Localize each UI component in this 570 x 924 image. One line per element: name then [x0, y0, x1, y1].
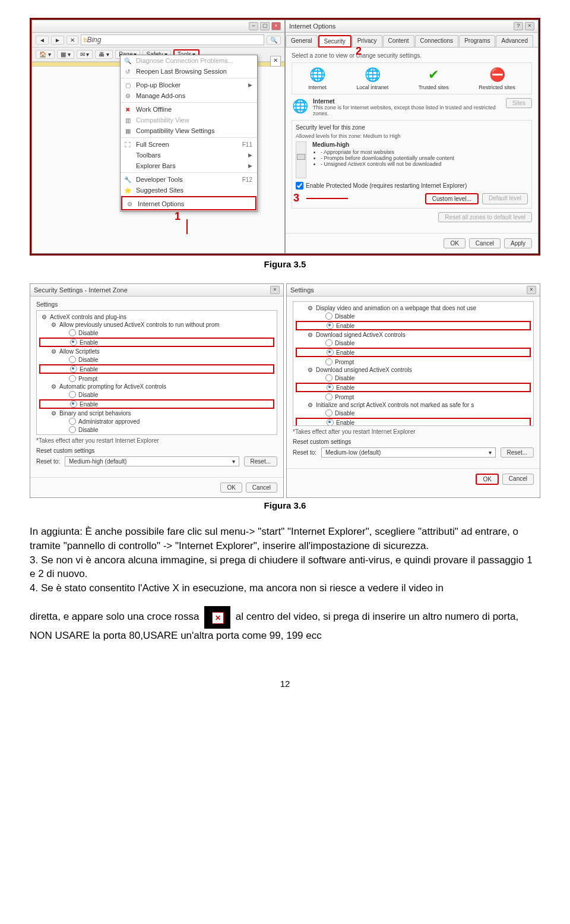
tab-advanced[interactable]: Advanced: [496, 35, 533, 47]
menu-item[interactable]: 🔍Diagnose Connection Problems...: [121, 55, 257, 66]
radio-icon[interactable]: [70, 365, 77, 373]
ok-button[interactable]: OK: [220, 483, 242, 493]
radio-icon[interactable]: [327, 349, 334, 356]
menu-item[interactable]: Explorer Bars▶: [121, 160, 257, 171]
zone-item[interactable]: ⛔Restricted sites: [479, 67, 515, 90]
menu-item[interactable]: Toolbars▶: [121, 150, 257, 160]
mail-icon[interactable]: ✉ ▾: [77, 50, 93, 59]
tree-item[interactable]: ⚙Download unsigned ActiveX controls: [296, 366, 531, 374]
security-slider[interactable]: [296, 141, 306, 178]
tree-item[interactable]: Enable: [296, 383, 531, 392]
tree-item[interactable]: Disable: [39, 355, 274, 364]
tree-item[interactable]: Enable: [39, 399, 274, 409]
radio-icon[interactable]: [325, 358, 332, 365]
reset-button[interactable]: Reset...: [244, 456, 277, 466]
menu-item[interactable]: ⚙Manage Add-ons: [121, 90, 257, 101]
tree-item[interactable]: Disable: [296, 409, 531, 417]
stop-icon[interactable]: ✕: [66, 36, 78, 45]
radio-icon[interactable]: [327, 419, 334, 426]
zone-item[interactable]: 🌐Local intranet: [356, 67, 388, 90]
radio-icon[interactable]: [325, 393, 332, 400]
radio-icon[interactable]: [69, 375, 76, 382]
tree-item[interactable]: Prompt: [296, 393, 531, 401]
tree-item[interactable]: Disable: [296, 339, 531, 347]
home-icon[interactable]: 🏠 ▾: [36, 50, 55, 59]
radio-icon[interactable]: [69, 418, 76, 425]
tree-item[interactable]: Enable: [39, 338, 274, 347]
menu-item[interactable]: ✖Work Offline: [121, 102, 257, 115]
radio-icon[interactable]: [69, 329, 76, 336]
radio-icon[interactable]: [325, 313, 332, 320]
tree-item[interactable]: Enable: [296, 348, 531, 357]
help-icon[interactable]: ?: [514, 22, 523, 30]
tree-item[interactable]: Enable: [296, 321, 531, 330]
default-level-button[interactable]: Default level: [482, 193, 528, 204]
menu-item[interactable]: ⚙Internet Options: [121, 196, 256, 210]
radio-icon[interactable]: [69, 426, 76, 433]
radio-icon[interactable]: [327, 322, 334, 329]
menu-item[interactable]: ▢Pop-up Blocker▶: [121, 78, 257, 90]
radio-icon[interactable]: [70, 339, 77, 346]
tab-close-icon[interactable]: ✕: [270, 56, 281, 67]
tree-item[interactable]: Disable: [39, 390, 274, 399]
settings-tree[interactable]: ⚙Display video and animation on a webpag…: [293, 301, 534, 426]
nav-back-icon[interactable]: ◄: [36, 36, 49, 45]
zone-item[interactable]: ✔Trusted sites: [419, 67, 449, 90]
sites-button[interactable]: Sites: [506, 98, 532, 108]
tree-item[interactable]: ⚙Display video and animation on a webpag…: [296, 304, 531, 312]
tree-item[interactable]: ⚙Initialize and script ActiveX controls …: [296, 401, 531, 409]
tree-item[interactable]: ⚙Download signed ActiveX controls: [296, 331, 531, 339]
tree-item[interactable]: Disable: [39, 425, 274, 434]
radio-icon[interactable]: [69, 434, 76, 435]
search-go-icon[interactable]: 🔍: [267, 36, 281, 45]
tree-item[interactable]: Disable: [39, 329, 274, 337]
close-icon[interactable]: ×: [527, 286, 536, 294]
menu-item[interactable]: ↺Reopen Last Browsing Session: [121, 66, 257, 77]
cancel-button[interactable]: Cancel: [502, 474, 534, 485]
close-icon[interactable]: ×: [270, 286, 280, 294]
max-icon[interactable]: ▢: [260, 22, 270, 30]
tree-item[interactable]: Disable: [296, 374, 531, 382]
nav-fwd-icon[interactable]: ►: [51, 36, 64, 45]
tree-item[interactable]: Prompt: [296, 358, 531, 366]
ok-button[interactable]: OK: [476, 474, 498, 485]
tab-security[interactable]: Security: [318, 35, 352, 48]
close-icon[interactable]: ×: [525, 22, 534, 30]
radio-icon[interactable]: [69, 356, 76, 363]
tree-item[interactable]: Administrator approved: [39, 417, 274, 425]
apply-button[interactable]: Apply: [504, 238, 532, 248]
settings-tree[interactable]: ⚙ActiveX controls and plug-ins⚙Allow pre…: [36, 310, 277, 435]
reset-button[interactable]: Reset...: [501, 447, 534, 458]
tree-item[interactable]: Prompt: [39, 374, 274, 383]
menu-item[interactable]: ⭐Suggested Sites: [121, 185, 257, 195]
radio-icon[interactable]: [325, 409, 332, 417]
cancel-button[interactable]: Cancel: [246, 483, 277, 493]
tree-item[interactable]: ⚙ActiveX controls and plug-ins: [39, 313, 274, 321]
menu-item[interactable]: ▥Compatibility View: [121, 115, 257, 125]
tree-item[interactable]: ⚙Allow previously unused ActiveX control…: [39, 321, 274, 329]
tab-content[interactable]: Content: [383, 35, 414, 47]
menu-item[interactable]: ⛶Full ScreenF11: [121, 137, 257, 150]
radio-icon[interactable]: [325, 374, 332, 381]
radio-icon[interactable]: [327, 384, 334, 391]
reset-to-select[interactable]: Medium-low (default)▾: [321, 447, 496, 458]
reset-zones-button[interactable]: Reset all zones to default level: [438, 212, 532, 222]
radio-icon[interactable]: [69, 391, 76, 398]
tab-general[interactable]: General: [286, 35, 318, 47]
tab-programs[interactable]: Programs: [459, 35, 495, 47]
tree-item[interactable]: Disable: [296, 312, 531, 320]
ok-button[interactable]: OK: [444, 238, 465, 248]
tree-item[interactable]: ⚙Allow Scriptlets: [39, 348, 274, 355]
tree-item[interactable]: Enable: [39, 364, 274, 374]
tree-item[interactable]: Enable: [296, 418, 531, 426]
menu-item[interactable]: 🔧Developer ToolsF12: [121, 172, 257, 185]
min-icon[interactable]: –: [249, 22, 258, 30]
radio-icon[interactable]: [325, 339, 332, 346]
tree-item[interactable]: ⚙Binary and script behaviors: [39, 409, 274, 417]
reset-to-select[interactable]: Medium-high (default)▾: [65, 456, 239, 466]
radio-icon[interactable]: [70, 400, 77, 408]
cancel-button[interactable]: Cancel: [469, 238, 501, 248]
feeds-icon[interactable]: ▦ ▾: [57, 50, 74, 59]
protected-mode-checkbox[interactable]: [296, 182, 303, 190]
print-icon[interactable]: 🖶 ▾: [95, 50, 113, 59]
